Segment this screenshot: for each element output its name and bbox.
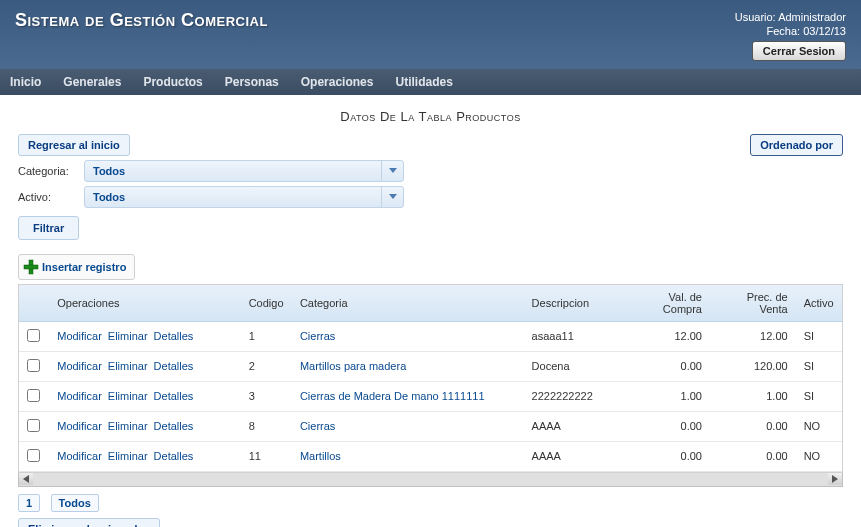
row-modificar[interactable]: Modificar (57, 420, 102, 432)
row-categoria: Martillos (292, 441, 524, 471)
svg-rect-1 (24, 265, 38, 269)
table-row: ModificarEliminarDetalles11MartillosAAAA… (19, 441, 842, 471)
pager-all[interactable]: Todos (51, 494, 99, 512)
table-row: ModificarEliminarDetalles1Cierrasasaaa11… (19, 321, 842, 351)
menu-personas[interactable]: Personas (225, 75, 279, 89)
row-venta: 0.00 (710, 441, 796, 471)
col-operaciones: Operaciones (49, 285, 240, 322)
products-table: Operaciones Codigo Categoria Descripcion… (18, 284, 843, 473)
row-venta: 12.00 (710, 321, 796, 351)
row-codigo: 1 (241, 321, 292, 351)
col-categoria: Categoria (292, 285, 524, 322)
row-eliminar[interactable]: Eliminar (108, 330, 148, 342)
row-venta: 120.00 (710, 351, 796, 381)
sort-button[interactable]: Ordenado por (750, 134, 843, 156)
row-categoria: Cierras (292, 321, 524, 351)
scroll-right-icon[interactable] (828, 473, 842, 485)
menu-productos[interactable]: Productos (143, 75, 202, 89)
col-descripcion: Descripcion (524, 285, 630, 322)
menu-generales[interactable]: Generales (63, 75, 121, 89)
row-descripcion: 2222222222 (524, 381, 630, 411)
menu-inicio[interactable]: Inicio (10, 75, 41, 89)
row-descripcion: asaaa11 (524, 321, 630, 351)
table-row: ModificarEliminarDetalles2Martillos para… (19, 351, 842, 381)
activo-dropdown[interactable]: Todos (84, 186, 404, 208)
row-activo: SI (796, 351, 842, 381)
row-activo: NO (796, 441, 842, 471)
row-categoria: Cierras (292, 411, 524, 441)
row-modificar[interactable]: Modificar (57, 360, 102, 372)
table-row: ModificarEliminarDetalles8CierrasAAAA0.0… (19, 411, 842, 441)
row-codigo: 2 (241, 351, 292, 381)
col-compra: Val. de Compra (629, 285, 710, 322)
row-checkbox[interactable] (27, 449, 40, 462)
activo-value: Todos (85, 191, 381, 203)
categoria-label: Categoria: (18, 165, 78, 177)
row-operations: ModificarEliminarDetalles (49, 321, 240, 351)
table-header-row: Operaciones Codigo Categoria Descripcion… (19, 285, 842, 322)
delete-selected-button[interactable]: Eliminar seleccionados (18, 518, 160, 527)
insert-record-button[interactable]: Insertar registro (18, 254, 135, 280)
row-eliminar[interactable]: Eliminar (108, 450, 148, 462)
chevron-down-icon (381, 161, 403, 181)
back-button[interactable]: Regresar al inicio (18, 134, 130, 156)
row-checkbox[interactable] (27, 389, 40, 402)
row-eliminar[interactable]: Eliminar (108, 390, 148, 402)
user-label: Usuario: Administrador (735, 10, 846, 24)
row-modificar[interactable]: Modificar (57, 390, 102, 402)
row-modificar[interactable]: Modificar (57, 330, 102, 342)
date-label: Fecha: 03/12/13 (735, 24, 846, 38)
row-categoria: Cierras de Madera De mano 1111111 (292, 381, 524, 411)
row-operations: ModificarEliminarDetalles (49, 441, 240, 471)
menu-utilidades[interactable]: Utilidades (395, 75, 452, 89)
row-detalles[interactable]: Detalles (154, 390, 194, 402)
row-detalles[interactable]: Detalles (154, 330, 194, 342)
app-header: Sistema de Gestión Comercial Usuario: Ad… (0, 0, 861, 69)
row-codigo: 8 (241, 411, 292, 441)
row-operations: ModificarEliminarDetalles (49, 351, 240, 381)
row-activo: SI (796, 381, 842, 411)
row-compra: 0.00 (629, 411, 710, 441)
logout-button[interactable]: Cerrar Sesion (752, 41, 846, 61)
pager: 1 Todos (18, 487, 843, 516)
row-compra: 1.00 (629, 381, 710, 411)
categoria-dropdown[interactable]: Todos (84, 160, 404, 182)
chevron-down-icon (381, 187, 403, 207)
filter-button[interactable]: Filtrar (18, 216, 79, 240)
insert-record-label: Insertar registro (42, 261, 126, 273)
row-compra: 12.00 (629, 321, 710, 351)
row-operations: ModificarEliminarDetalles (49, 411, 240, 441)
row-checkbox[interactable] (27, 329, 40, 342)
row-eliminar[interactable]: Eliminar (108, 360, 148, 372)
pager-page-1[interactable]: 1 (18, 494, 40, 512)
menu-operaciones[interactable]: Operaciones (301, 75, 374, 89)
app-title: Sistema de Gestión Comercial (15, 10, 268, 31)
row-codigo: 3 (241, 381, 292, 411)
row-checkbox[interactable] (27, 419, 40, 432)
row-modificar[interactable]: Modificar (57, 450, 102, 462)
table-row: ModificarEliminarDetalles3Cierras de Mad… (19, 381, 842, 411)
scroll-left-icon[interactable] (19, 473, 33, 485)
row-compra: 0.00 (629, 441, 710, 471)
row-descripcion: Docena (524, 351, 630, 381)
row-descripcion: AAAA (524, 411, 630, 441)
col-venta: Prec. de Venta (710, 285, 796, 322)
header-user-info: Usuario: Administrador Fecha: 03/12/13 C… (735, 10, 846, 61)
row-activo: NO (796, 411, 842, 441)
row-checkbox[interactable] (27, 359, 40, 372)
row-venta: 1.00 (710, 381, 796, 411)
row-detalles[interactable]: Detalles (154, 360, 194, 372)
row-eliminar[interactable]: Eliminar (108, 420, 148, 432)
main-menubar: Inicio Generales Productos Personas Oper… (0, 69, 861, 95)
row-operations: ModificarEliminarDetalles (49, 381, 240, 411)
row-codigo: 11 (241, 441, 292, 471)
horizontal-scrollbar[interactable] (18, 473, 843, 487)
col-activo: Activo (796, 285, 842, 322)
activo-label: Activo: (18, 191, 78, 203)
row-detalles[interactable]: Detalles (154, 450, 194, 462)
page-title: Datos De La Tabla Productos (0, 95, 861, 134)
categoria-value: Todos (85, 165, 381, 177)
row-compra: 0.00 (629, 351, 710, 381)
row-categoria: Martillos para madera (292, 351, 524, 381)
row-detalles[interactable]: Detalles (154, 420, 194, 432)
